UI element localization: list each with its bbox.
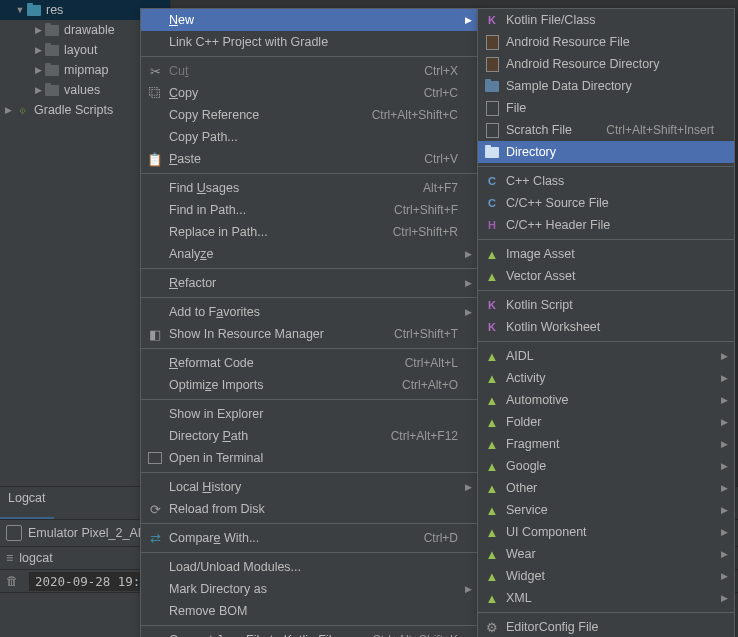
- menu-item-widget[interactable]: ▲Widget▶: [478, 565, 734, 587]
- submenu-arrow-icon: ▶: [721, 351, 728, 361]
- menu-item-favorites[interactable]: Add to Favorites▶: [141, 301, 478, 323]
- kotlin-icon: K: [484, 297, 500, 313]
- menu-separator: [141, 348, 478, 349]
- logcat-label: logcat: [19, 551, 52, 565]
- menu-item-copy[interactable]: ⿻CopyCtrl+C: [141, 82, 478, 104]
- menu-item-find-usages[interactable]: Find UsagesAlt+F7: [141, 177, 478, 199]
- menu-item-replace-in-path[interactable]: Replace in Path...Ctrl+Shift+R: [141, 221, 478, 243]
- menu-item-resource-manager[interactable]: ◧Show In Resource ManagerCtrl+Shift+T: [141, 323, 478, 345]
- menu-item-kotlin-file[interactable]: KKotlin File/Class: [478, 9, 734, 31]
- menu-separator: [141, 552, 478, 553]
- menu-item-directory[interactable]: Directory: [478, 141, 734, 163]
- menu-item-reformat[interactable]: Reformat CodeCtrl+Alt+L: [141, 352, 478, 374]
- menu-item-compare[interactable]: ⇄Compare With...Ctrl+D: [141, 527, 478, 549]
- tree-label: Gradle Scripts: [34, 103, 113, 117]
- menu-item-aidl[interactable]: ▲AIDL▶: [478, 345, 734, 367]
- menu-item-paste[interactable]: 📋PasteCtrl+V: [141, 148, 478, 170]
- menu-item-optimize-imports[interactable]: Optimize ImportsCtrl+Alt+O: [141, 374, 478, 396]
- submenu-arrow-icon: ▶: [721, 395, 728, 405]
- menu-item-kotlin-script[interactable]: KKotlin Script: [478, 294, 734, 316]
- context-menu: New▶ Link C++ Project with Gradle ✂CutCt…: [140, 8, 479, 637]
- menu-item-remove-bom[interactable]: Remove BOM: [141, 600, 478, 622]
- menu-item-cpp-source[interactable]: CC/C++ Source File: [478, 192, 734, 214]
- resource-manager-icon: ◧: [147, 326, 163, 342]
- logcat-tab[interactable]: Logcat: [0, 487, 54, 519]
- menu-item-resource-file[interactable]: Android Resource File: [478, 31, 734, 53]
- menu-item-copy-path[interactable]: Copy Path...: [141, 126, 478, 148]
- menu-item-activity[interactable]: ▲Activity▶: [478, 367, 734, 389]
- gear-icon: ⚙: [484, 619, 500, 635]
- cut-icon: ✂: [147, 63, 163, 79]
- android-icon: ▲: [484, 546, 500, 562]
- menu-separator: [141, 56, 478, 57]
- tree-label: drawable: [64, 23, 115, 37]
- cpp-header-icon: H: [484, 217, 500, 233]
- submenu-arrow-icon: ▶: [465, 307, 472, 317]
- android-icon: ▲: [484, 458, 500, 474]
- folder-icon: [484, 144, 500, 160]
- menu-item-analyze[interactable]: Analyze▶: [141, 243, 478, 265]
- menu-item-wear[interactable]: ▲Wear▶: [478, 543, 734, 565]
- menu-item-new[interactable]: New▶: [141, 9, 478, 31]
- menu-item-xml[interactable]: ▲XML▶: [478, 587, 734, 609]
- trash-icon[interactable]: 🗑: [6, 574, 19, 588]
- reload-icon: ⟳: [147, 501, 163, 517]
- menu-separator: [141, 399, 478, 400]
- android-icon: ▲: [484, 246, 500, 262]
- menu-item-cpp-class[interactable]: CC++ Class: [478, 170, 734, 192]
- menu-item-link-cpp[interactable]: Link C++ Project with Gradle: [141, 31, 478, 53]
- scratch-icon: [484, 122, 500, 138]
- menu-item-editorconfig[interactable]: ⚙EditorConfig File: [478, 616, 734, 637]
- folder-icon: [484, 78, 500, 94]
- menu-item-directory-path[interactable]: Directory PathCtrl+Alt+F12: [141, 425, 478, 447]
- menu-item-cut[interactable]: ✂CutCtrl+X: [141, 60, 478, 82]
- menu-item-reload[interactable]: ⟳Reload from Disk: [141, 498, 478, 520]
- menu-item-cpp-header[interactable]: HC/C++ Header File: [478, 214, 734, 236]
- menu-item-sample-data[interactable]: Sample Data Directory: [478, 75, 734, 97]
- emulator-label: Emulator Pixel_2_AP: [28, 526, 146, 540]
- menu-item-other[interactable]: ▲Other▶: [478, 477, 734, 499]
- menu-item-convert-kotlin[interactable]: Convert Java File to Kotlin FileCtrl+Alt…: [141, 629, 478, 637]
- expand-arrow-icon: ▼: [14, 5, 26, 15]
- cpp-source-icon: C: [484, 195, 500, 211]
- file-icon: [484, 100, 500, 116]
- menu-item-refactor[interactable]: Refactor▶: [141, 272, 478, 294]
- menu-item-local-history[interactable]: Local History▶: [141, 476, 478, 498]
- gradle-icon: ⟐: [14, 102, 30, 118]
- expand-arrow-icon: ▶: [32, 85, 44, 95]
- menu-item-scratch-file[interactable]: Scratch FileCtrl+Alt+Shift+Insert: [478, 119, 734, 141]
- menu-item-show-explorer[interactable]: Show in Explorer: [141, 403, 478, 425]
- terminal-icon: [147, 450, 163, 466]
- menu-item-load-modules[interactable]: Load/Unload Modules...: [141, 556, 478, 578]
- tree-label: values: [64, 83, 100, 97]
- menu-item-fragment[interactable]: ▲Fragment▶: [478, 433, 734, 455]
- menu-item-copy-reference[interactable]: Copy ReferenceCtrl+Alt+Shift+C: [141, 104, 478, 126]
- device-icon: [6, 525, 22, 541]
- menu-item-service[interactable]: ▲Service▶: [478, 499, 734, 521]
- android-icon: ▲: [484, 436, 500, 452]
- android-icon: ▲: [484, 370, 500, 386]
- menu-item-google[interactable]: ▲Google▶: [478, 455, 734, 477]
- menu-item-kotlin-worksheet[interactable]: KKotlin Worksheet: [478, 316, 734, 338]
- folder-icon: [44, 42, 60, 58]
- menu-item-find-in-path[interactable]: Find in Path...Ctrl+Shift+F: [141, 199, 478, 221]
- menu-item-folder[interactable]: ▲Folder▶: [478, 411, 734, 433]
- menu-item-open-terminal[interactable]: Open in Terminal: [141, 447, 478, 469]
- android-icon: ▲: [484, 590, 500, 606]
- android-icon: ▲: [484, 392, 500, 408]
- kotlin-icon: K: [484, 12, 500, 28]
- submenu-arrow-icon: ▶: [465, 584, 472, 594]
- menu-item-ui-component[interactable]: ▲UI Component▶: [478, 521, 734, 543]
- menu-item-vector-asset[interactable]: ▲Vector Asset: [478, 265, 734, 287]
- menu-item-automotive[interactable]: ▲Automotive▶: [478, 389, 734, 411]
- menu-item-mark-directory[interactable]: Mark Directory as▶: [141, 578, 478, 600]
- folder-icon: [26, 2, 42, 18]
- menu-item-file[interactable]: File: [478, 97, 734, 119]
- android-folder-icon: [484, 56, 500, 72]
- expand-arrow-icon: ▶: [32, 65, 44, 75]
- menu-item-image-asset[interactable]: ▲Image Asset: [478, 243, 734, 265]
- android-icon: ▲: [484, 480, 500, 496]
- kotlin-icon: K: [484, 319, 500, 335]
- menu-item-resource-directory[interactable]: Android Resource Directory: [478, 53, 734, 75]
- android-icon: ▲: [484, 568, 500, 584]
